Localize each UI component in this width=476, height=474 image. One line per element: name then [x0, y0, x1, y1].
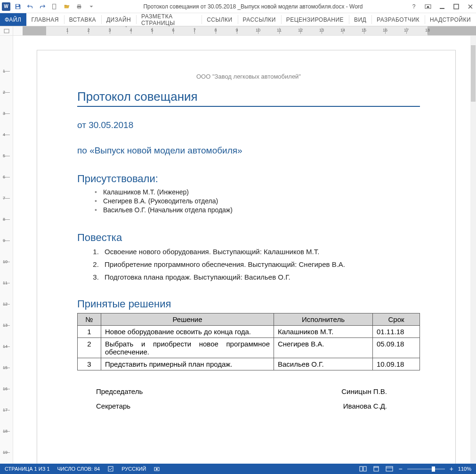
status-proofing-icon[interactable]: [107, 466, 114, 472]
quick-access-toolbar: [13, 2, 96, 11]
list-item: Приобретение программного обеспечения. В…: [101, 260, 420, 268]
redo-icon[interactable]: [38, 2, 47, 11]
zoom-slider-thumb[interactable]: [432, 466, 435, 472]
attendees-heading: Присутствовали:: [77, 173, 420, 185]
tab-mailings[interactable]: РАССЫЛКИ: [238, 13, 281, 26]
tab-home[interactable]: ГЛАВНАЯ: [26, 13, 64, 26]
doc-date-line: от 30.05.2018: [77, 120, 420, 130]
doc-subject-line: по «Выпуск новой модели автомобиля»: [77, 145, 420, 156]
zoom-level[interactable]: 110%: [458, 466, 471, 472]
tab-page-layout[interactable]: РАЗМЕТКА СТРАНИЦЫ: [137, 13, 202, 26]
window-controls: ?: [410, 3, 474, 10]
decisions-heading: Принятые решения: [77, 298, 420, 310]
signatures: Председатель Синицын П.В. Секретарь Иван…: [77, 387, 420, 410]
status-bar: СТРАНИЦА 1 ИЗ 1 ЧИСЛО СЛОВ: 84 РУССКИЙ −…: [0, 464, 476, 474]
svg-rect-13: [360, 466, 363, 471]
svg-rect-7: [440, 8, 444, 9]
page[interactable]: ООО "Завод легковых автомобилей" Протоко…: [37, 50, 456, 464]
view-print-icon[interactable]: [372, 466, 380, 472]
svg-rect-4: [78, 4, 80, 6]
view-read-icon[interactable]: [359, 466, 367, 472]
status-macro-icon[interactable]: [153, 466, 160, 472]
minimize-icon[interactable]: [438, 3, 446, 10]
horizontal-ruler[interactable]: 123456789101112131415161718: [13, 26, 476, 36]
svg-rect-14: [363, 466, 366, 471]
decisions-table: № Решение Исполнитель Срок 1 Новое обору…: [77, 313, 420, 370]
tab-view[interactable]: ВИД: [349, 13, 371, 26]
status-page[interactable]: СТРАНИЦА 1 ИЗ 1: [5, 466, 50, 472]
maximize-icon[interactable]: [452, 3, 460, 10]
list-item: Подготовка плана продаж. Выступающий: Ва…: [101, 273, 420, 281]
ribbon-tabs: ФАЙЛ ГЛАВНАЯ ВСТАВКА ДИЗАЙН РАЗМЕТКА СТР…: [0, 13, 476, 26]
table-row: 1 Новое оборудование освоить до конца го…: [78, 325, 420, 337]
save-icon[interactable]: [13, 2, 23, 11]
indent-marker-icon[interactable]: [124, 26, 129, 27]
chairman-label: Председатель: [77, 387, 143, 395]
status-words[interactable]: ЧИСЛО СЛОВ: 84: [57, 466, 100, 472]
undo-icon[interactable]: [25, 2, 35, 11]
zoom-in-icon[interactable]: +: [450, 466, 453, 472]
new-doc-icon[interactable]: [50, 2, 59, 11]
zoom-out-icon[interactable]: −: [398, 466, 402, 472]
workspace: 12345678910111213141516171819 ООО "Завод…: [0, 36, 476, 464]
list-item: Освоение нового оборудования. Выступающи…: [101, 248, 420, 256]
view-web-icon[interactable]: [385, 466, 394, 472]
table-header-row: № Решение Исполнитель Срок: [78, 313, 420, 325]
table-row: 3 Представить примерный план продаж. Вас…: [78, 358, 420, 370]
open-icon[interactable]: [62, 2, 72, 11]
svg-rect-17: [386, 466, 393, 471]
word-app-icon: W: [2, 2, 10, 11]
svg-point-12: [156, 468, 158, 470]
svg-rect-0: [16, 4, 19, 6]
zoom-slider[interactable]: [407, 468, 445, 470]
doc-heading-title: Протокол совещания: [77, 89, 420, 107]
col-due: Срок: [373, 313, 420, 325]
qat-customize-icon[interactable]: [87, 2, 96, 11]
svg-rect-2: [53, 4, 56, 9]
ruler-corner[interactable]: [0, 26, 13, 36]
tab-file[interactable]: ФАЙЛ: [0, 13, 26, 26]
tab-developer[interactable]: РАЗРАБОТЧИК: [372, 13, 425, 26]
document-title: Протокол совещания от 30.05.2018 _Выпуск…: [96, 3, 410, 10]
list-item: Калашников М.Т. (Инженер): [103, 188, 420, 197]
title-bar: W Протокол совещания от 30.05.2018 _Выпу…: [0, 0, 476, 13]
quick-print-icon[interactable]: [74, 2, 84, 11]
list-item: Васильев О.Г. (Начальник отдела продаж): [103, 206, 420, 215]
tab-design[interactable]: ДИЗАЙН: [102, 13, 136, 26]
help-icon[interactable]: ?: [410, 3, 418, 10]
document-area[interactable]: ООО "Завод легковых автомобилей" Протоко…: [13, 36, 476, 464]
list-item: Снегирев В.А. (Руководитель отдела): [103, 197, 420, 206]
svg-rect-10: [108, 466, 113, 471]
tab-addins[interactable]: НАДСТРОЙКИ: [425, 13, 476, 26]
secretary-label: Секретарь: [77, 402, 130, 410]
svg-rect-5: [78, 7, 80, 8]
vertical-scrollbar[interactable]: [470, 36, 476, 464]
agenda-list: Освоение нового оборудования. Выступающи…: [77, 248, 420, 281]
ruler-row: 123456789101112131415161718: [0, 26, 476, 36]
svg-rect-1: [16, 7, 20, 8]
svg-rect-8: [454, 4, 459, 9]
agenda-heading: Повестка: [77, 232, 420, 244]
tab-review[interactable]: РЕЦЕНЗИРОВАНИЕ: [282, 13, 349, 26]
vertical-ruler[interactable]: 12345678910111213141516171819: [0, 36, 13, 464]
tab-references[interactable]: ССЫЛКИ: [202, 13, 237, 26]
close-icon[interactable]: [467, 3, 474, 10]
table-row: 2 Выбрать и приобрести новое программное…: [78, 337, 420, 358]
svg-rect-9: [4, 29, 9, 33]
col-executor: Исполнитель: [274, 313, 373, 325]
tab-insert[interactable]: ВСТАВКА: [65, 13, 101, 26]
col-num: №: [78, 313, 101, 325]
scrollbar-thumb[interactable]: [471, 45, 476, 102]
attendees-list: Калашников М.Т. (Инженер) Снегирев В.А. …: [77, 188, 420, 215]
col-decision: Решение: [101, 313, 274, 325]
chairman-name: Синицын П.В.: [341, 387, 387, 395]
company-name: ООО "Завод легковых автомобилей": [77, 73, 420, 80]
ribbon-options-icon[interactable]: [424, 3, 432, 10]
secretary-name: Иванова С.Д.: [343, 402, 387, 410]
status-language[interactable]: РУССКИЙ: [121, 466, 146, 472]
